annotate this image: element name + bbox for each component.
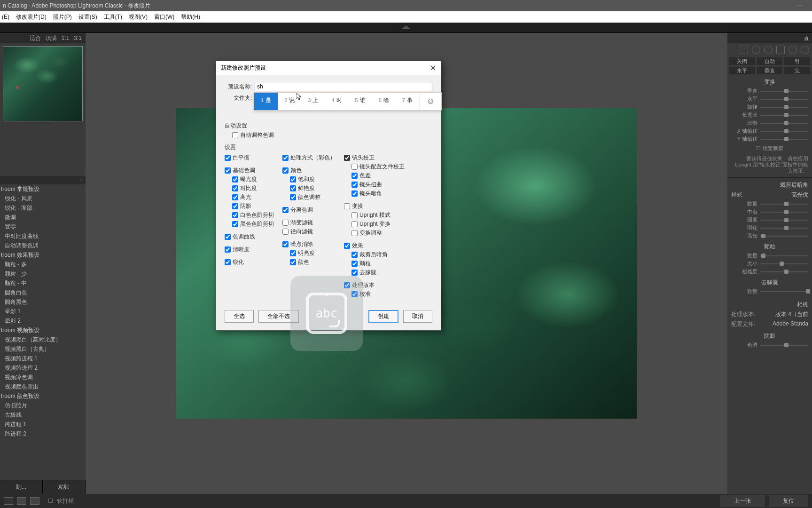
slider-track[interactable]	[760, 271, 808, 272]
preset-item[interactable]: 圆角黑色	[0, 297, 86, 307]
rad-cb[interactable]	[282, 229, 289, 235]
ca-cb[interactable]	[351, 173, 358, 179]
slider-track[interactable]	[760, 212, 808, 213]
ime-candidate[interactable]: 2说	[278, 93, 301, 110]
pcv-cb[interactable]	[351, 252, 358, 258]
preset-item[interactable]: 微调	[0, 213, 86, 222]
menu-view[interactable]: 视图(V)	[129, 13, 148, 21]
preset-item[interactable]: troom 视频预设	[0, 325, 86, 335]
preset-item[interactable]: 晕影 2	[0, 316, 86, 325]
preset-item[interactable]: troom 颜色预设	[0, 391, 86, 401]
clarity-cb[interactable]	[225, 246, 231, 253]
sat-cb[interactable]	[290, 176, 296, 183]
preset-item[interactable]: 锐化 - 面部	[0, 203, 86, 213]
dialog-close-button[interactable]: ✕	[430, 64, 436, 72]
preset-item[interactable]: 视频颜色突出	[0, 382, 86, 391]
vig-cb[interactable]	[351, 190, 358, 197]
preset-item[interactable]: 视频跨进程 2	[0, 363, 86, 373]
spot-tool-icon[interactable]	[752, 46, 760, 54]
upr-guided[interactable]: 引	[784, 57, 810, 65]
preset-list[interactable]: troom 常规预设锐化 - 风景锐化 - 面部微调置零中对比度曲线自动调整色调…	[0, 184, 86, 480]
tint-slider[interactable]	[760, 345, 808, 346]
slider-track[interactable]	[760, 291, 808, 292]
slider-track[interactable]	[760, 91, 808, 92]
menu-window[interactable]: 窗口(W)	[154, 13, 174, 21]
upr-close[interactable]: 关闭	[729, 57, 755, 65]
slider-track[interactable]	[760, 131, 808, 132]
camera-header[interactable]: 相机	[727, 299, 812, 310]
prev-photo-button[interactable]: 上一张	[720, 495, 765, 507]
contrast-cb[interactable]	[232, 185, 238, 191]
view-before-after-tb[interactable]	[30, 497, 39, 505]
ime-candidate[interactable]: 6啥	[372, 93, 396, 110]
grad-tool-icon[interactable]	[776, 46, 785, 54]
hl-cb[interactable]	[232, 194, 238, 200]
menu-tools[interactable]: 工具(T)	[104, 13, 122, 21]
lprof-cb[interactable]	[351, 164, 358, 170]
upr-full[interactable]: 完	[784, 67, 810, 74]
panel-grip-icon[interactable]	[401, 25, 411, 29]
paste-button[interactable]: 粘贴	[43, 480, 86, 494]
trans-cb[interactable]	[344, 203, 350, 209]
slider-track[interactable]	[760, 263, 808, 264]
preset-name-input[interactable]	[255, 82, 432, 91]
profile-value[interactable]: Adobe Standa	[773, 320, 808, 328]
softproof-label[interactable]: 软打样	[57, 497, 74, 505]
nav-fill[interactable]: 填满	[46, 34, 57, 42]
brush-tool-icon[interactable]	[801, 46, 809, 54]
slider-track[interactable]	[760, 204, 808, 205]
upmode-cb[interactable]	[351, 212, 358, 218]
tadj-cb[interactable]	[351, 230, 358, 236]
select-all-button[interactable]: 全选	[225, 310, 254, 323]
preset-item[interactable]: 视频黑白（古典）	[0, 344, 86, 354]
ime-candidate[interactable]: 7事	[396, 93, 419, 110]
view-loupe[interactable]	[4, 497, 13, 505]
slider-track[interactable]	[760, 99, 808, 100]
nav-1to1[interactable]: 1:1	[62, 35, 70, 41]
preset-item[interactable]: 古极线	[0, 410, 86, 420]
slider-track[interactable]	[760, 220, 808, 221]
reset-button[interactable]: 复位	[769, 495, 808, 507]
preset-item[interactable]: 自动调整色调	[0, 241, 86, 250]
split-cb[interactable]	[282, 207, 289, 213]
autotone-cb[interactable]	[232, 132, 238, 138]
menu-photo[interactable]: 照片(P)	[53, 13, 72, 21]
sh-cb[interactable]	[232, 203, 238, 209]
add-preset-button[interactable]: +	[79, 177, 83, 183]
exp-cb[interactable]	[232, 176, 238, 183]
upr-auto[interactable]: 自动	[757, 57, 783, 65]
treat-cb[interactable]	[282, 155, 289, 161]
preset-item[interactable]: 视频跨进程 1	[0, 354, 86, 363]
lum-cb[interactable]	[290, 250, 296, 256]
preset-item[interactable]: 圆角白色	[0, 288, 86, 297]
slider-track[interactable]	[760, 228, 808, 229]
lock-crop[interactable]: 锁定裁剪	[727, 143, 812, 154]
preset-item[interactable]: 晕影 1	[0, 307, 86, 316]
vib-cb[interactable]	[290, 185, 296, 191]
basic-cb[interactable]	[225, 167, 231, 174]
copy-button[interactable]: 制...	[0, 480, 43, 494]
preset-item[interactable]: troom 常规预设	[0, 184, 86, 194]
redeye-tool-icon[interactable]	[764, 46, 773, 54]
menu-develop[interactable]: 修改照片(D)	[16, 13, 47, 21]
preset-item[interactable]: 颗粒 - 少	[0, 269, 86, 278]
bc-cb[interactable]	[232, 221, 238, 227]
slider-track[interactable]	[760, 115, 808, 116]
upr-level[interactable]: 水平	[729, 67, 755, 74]
preset-item[interactable]: 视频黑白（高对比度）	[0, 335, 86, 344]
ime-emoji-button[interactable]: ☺	[419, 93, 441, 110]
slider-track[interactable]	[760, 123, 808, 124]
create-button[interactable]: 创建	[368, 310, 398, 323]
preset-item[interactable]: troom 效果预设	[0, 250, 86, 260]
slider-track[interactable]	[760, 107, 808, 108]
wc-cb[interactable]	[232, 212, 238, 218]
ime-candidate[interactable]: 1是	[254, 93, 278, 110]
procver-value[interactable]: 版本 4（当前	[775, 310, 808, 318]
menu-settings[interactable]: 设置(S)	[78, 13, 97, 21]
menu-edit[interactable]: (E)	[2, 14, 9, 20]
preset-item[interactable]: 仿旧照片	[0, 401, 86, 410]
crop-tool-icon[interactable]	[740, 46, 748, 54]
view-before-after-lr[interactable]	[17, 497, 26, 505]
color-cb[interactable]	[282, 167, 289, 174]
preset-item[interactable]: 颗粒 - 中	[0, 278, 86, 288]
